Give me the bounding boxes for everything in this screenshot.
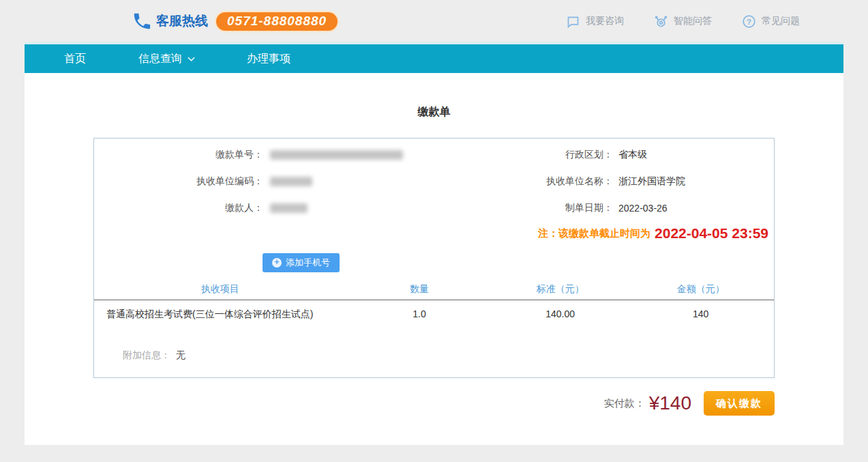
field-unit-code-label: 执收单位编码： [94,175,263,188]
top-links: 我要咨询 智能问答 ? 常见问题 [566,14,800,29]
service-hotline: 客服热线 0571-88808880 [132,11,339,32]
page-title: 缴款单 [25,73,843,119]
add-phone-button[interactable]: + 添加手机号 [263,253,340,272]
masked-bill-number-value [270,150,403,160]
phone-icon [132,11,152,31]
field-region-value: 省本级 [613,149,647,161]
confirm-payment-button[interactable]: 确认缴款 [704,391,775,416]
field-region-label: 行政区划： [420,149,613,161]
deadline-note: 注：该缴款单截止时间为 2022-04-05 23:59 [538,225,768,242]
col-header-quantity: 数量 [346,283,493,295]
nav-item-home[interactable]: 首页 [64,52,86,66]
chevron-down-icon [188,57,195,61]
link-consult-label: 我要咨询 [586,15,624,27]
cell-amount: 140 [627,308,774,321]
table-row: 普通高校招生考试费(三位一体综合评价招生试点) 1.0 140.00 140 [94,300,774,321]
payment-row: 实付款： ¥140 确认缴款 [604,391,775,416]
field-region: 行政区划： 省本级 [420,141,774,168]
chat-icon [566,14,580,29]
extra-info-row: 附加信息： 无 [94,349,774,362]
link-smart-qa[interactable]: 智能问答 [654,14,712,29]
col-header-amount: 金额（元） [627,283,774,295]
payment-bill-panel: 缴款单号： 执收单位编码： 缴款人： 行政区划： 省本级 执 [93,138,775,378]
top-strip: 客服热线 0571-88808880 我要咨询 智能问答 [0,0,868,42]
field-payer: 缴款人： [94,194,420,221]
field-bill-date-value: 2022-03-26 [613,203,668,214]
hotline-number-badge: 0571-88808880 [215,11,339,32]
nav-services-label: 办理事项 [247,52,290,66]
add-phone-button-label: 添加手机号 [286,257,330,269]
col-header-item: 执收项目 [94,283,346,295]
nav-info-label: 信息查询 [138,52,182,66]
field-unit-code: 执收单位编码： [94,168,420,194]
masked-unit-code-value [270,177,312,186]
robot-icon [654,14,668,29]
bill-info-right: 行政区划： 省本级 执收单位名称： 浙江外国语学院 制单日期： 2022-03-… [420,141,774,221]
bill-info-left: 缴款单号： 执收单位编码： 缴款人： [94,141,420,221]
field-bill-number-label: 缴款单号： [94,149,263,161]
field-unit-name: 执收单位名称： 浙江外国语学院 [420,168,774,194]
link-smart-qa-label: 智能问答 [674,15,712,27]
content-area: 缴款单 缴款单号： 执收单位编码： 缴款人： 行政区划： [25,73,843,445]
cell-quantity: 1.0 [346,308,493,321]
extra-info-value: 无 [176,349,185,360]
fee-table-header: 执收项目 数量 标准（元） 金额（元） [94,279,774,300]
field-unit-name-label: 执收单位名称： [420,175,613,188]
fee-table: 执收项目 数量 标准（元） 金额（元） 普通高校招生考试费(三位一体综合评价招生… [94,279,774,362]
main-wrapper: 首页 信息查询 办理事项 缴款单 缴款单号： 执收单位编码： [25,42,843,445]
payment-amount: ¥140 [649,392,691,414]
nav-item-services[interactable]: 办理事项 [247,52,290,66]
nav-item-info-query[interactable]: 信息查询 [138,52,195,66]
link-faq[interactable]: ? 常见问题 [742,14,800,29]
main-nav: 首页 信息查询 办理事项 [25,42,843,73]
deadline-datetime: 2022-04-05 23:59 [655,225,768,242]
plus-icon: + [272,258,282,268]
field-unit-name-value: 浙江外国语学院 [613,175,685,188]
hotline-label: 客服热线 [156,12,208,30]
field-bill-number: 缴款单号： [94,141,420,168]
link-faq-label: 常见问题 [762,15,800,27]
field-bill-date: 制单日期： 2022-03-26 [420,194,774,221]
field-bill-date-label: 制单日期： [420,202,613,214]
deadline-note-prefix: 注：该缴款单截止时间为 [538,227,650,240]
nav-home-label: 首页 [64,52,86,66]
extra-info-label: 附加信息： [123,349,170,360]
col-header-standard: 标准（元） [493,283,628,295]
cell-standard: 140.00 [493,308,628,321]
payment-label: 实付款： [604,397,645,410]
link-consult[interactable]: 我要咨询 [566,14,624,29]
svg-text:?: ? [747,17,751,25]
question-icon: ? [742,14,756,29]
field-payer-label: 缴款人： [94,202,263,214]
cell-item-name: 普通高校招生考试费(三位一体综合评价招生试点) [94,308,346,321]
masked-payer-value [270,203,308,213]
